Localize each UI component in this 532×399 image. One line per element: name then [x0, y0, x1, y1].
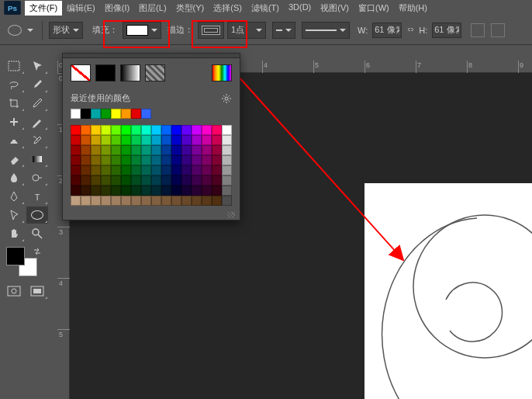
path-arrange-button[interactable] [491, 23, 505, 37]
color-swatch[interactable] [81, 175, 91, 186]
color-swatch[interactable] [222, 135, 232, 145]
color-swatch[interactable] [151, 165, 161, 175]
color-swatch[interactable] [181, 145, 192, 155]
color-swatch[interactable] [111, 196, 121, 206]
crop-tool[interactable] [3, 95, 25, 112]
color-swatch[interactable] [121, 125, 131, 135]
color-swatch[interactable] [81, 109, 91, 119]
eyedropper-tool[interactable] [26, 95, 48, 112]
color-swatch[interactable] [192, 165, 202, 175]
color-swatch[interactable] [161, 196, 171, 206]
color-swatch[interactable] [141, 165, 151, 175]
color-swatch[interactable] [181, 125, 192, 135]
color-swatch[interactable] [222, 125, 232, 135]
color-swatch[interactable] [121, 175, 131, 186]
color-swatch[interactable] [181, 165, 192, 175]
color-swatch[interactable] [71, 165, 81, 175]
color-swatch[interactable] [141, 135, 151, 145]
color-swatch[interactable] [171, 145, 181, 155]
color-swatch[interactable] [161, 165, 171, 175]
line-type-combo[interactable] [302, 22, 350, 39]
color-swatch[interactable] [212, 145, 222, 155]
color-swatch[interactable] [151, 135, 161, 145]
color-swatch[interactable] [161, 155, 171, 165]
color-swatch[interactable] [131, 175, 141, 186]
color-swatch[interactable] [91, 175, 101, 186]
color-swatch[interactable] [192, 145, 202, 155]
color-swatch[interactable] [71, 196, 81, 206]
lasso-tool[interactable] [3, 76, 25, 93]
color-swatch[interactable] [161, 135, 171, 145]
color-swatch[interactable] [121, 109, 131, 119]
color-swatch[interactable] [111, 165, 121, 175]
color-swatch[interactable] [212, 165, 222, 175]
menu-item[interactable]: 类型(Y) [171, 1, 209, 16]
move-tool[interactable] [26, 57, 48, 75]
quick-mask-icon[interactable] [3, 283, 25, 300]
menu-item[interactable]: 编辑(E) [62, 1, 100, 16]
height-input[interactable] [432, 23, 461, 38]
color-swatch[interactable] [91, 145, 101, 155]
color-swatch[interactable] [111, 155, 121, 165]
menu-item[interactable]: 视图(V) [316, 1, 354, 16]
color-swatch[interactable] [212, 186, 222, 196]
color-swatch[interactable] [171, 175, 181, 186]
gradient-tool[interactable] [26, 151, 48, 168]
color-swatch[interactable] [101, 109, 111, 119]
color-swatch[interactable] [222, 145, 232, 155]
color-swatch[interactable] [81, 135, 91, 145]
color-swatch[interactable] [212, 155, 222, 165]
color-swatch[interactable] [151, 186, 161, 196]
color-swatch[interactable] [71, 135, 81, 145]
color-swatch[interactable] [81, 196, 91, 206]
color-swatch[interactable] [111, 125, 121, 135]
color-swatch[interactable] [151, 196, 161, 206]
color-swatch[interactable] [151, 155, 161, 165]
path-select-tool[interactable] [3, 206, 25, 224]
color-swatch[interactable] [171, 196, 181, 206]
color-swatch[interactable] [131, 125, 141, 135]
shape-mode-combo[interactable]: 形状 [49, 22, 83, 39]
color-swatch[interactable] [121, 196, 131, 206]
color-swatch[interactable] [131, 165, 141, 175]
color-swatch[interactable] [181, 135, 192, 145]
color-swatch[interactable] [161, 175, 171, 186]
color-swatch[interactable] [81, 165, 91, 175]
color-swatch[interactable] [111, 186, 121, 196]
pen-tool[interactable] [3, 188, 25, 205]
color-swatch[interactable] [141, 186, 151, 196]
color-swatch[interactable] [131, 145, 141, 155]
color-swatch[interactable] [212, 125, 222, 135]
tool-preset-dropdown[interactable] [25, 23, 36, 37]
color-swatch[interactable] [151, 175, 161, 186]
color-swatch[interactable] [91, 196, 101, 206]
color-swatch[interactable] [71, 175, 81, 186]
color-swatch[interactable] [181, 175, 192, 186]
rect-marquee-tool[interactable] [3, 57, 25, 75]
color-swatch[interactable] [202, 145, 212, 155]
color-swatch[interactable] [161, 145, 171, 155]
color-swatch[interactable] [192, 175, 202, 186]
stroke-width-combo[interactable]: 1点 [227, 22, 266, 39]
color-swatch[interactable] [111, 109, 121, 119]
color-swatch[interactable] [141, 145, 151, 155]
color-swatch[interactable] [71, 109, 81, 119]
color-swatch[interactable] [111, 145, 121, 155]
color-picker-button[interactable] [212, 64, 232, 82]
color-swatch[interactable] [222, 196, 232, 206]
color-swatch[interactable] [222, 175, 232, 186]
solid-fill-button[interactable] [95, 64, 116, 82]
path-align-button[interactable] [471, 23, 485, 37]
type-tool[interactable]: T [26, 188, 48, 205]
color-swatch[interactable] [91, 109, 101, 119]
stroke-type-button[interactable] [198, 22, 224, 39]
color-swatch[interactable] [111, 135, 121, 145]
color-swatch[interactable] [192, 186, 202, 196]
hand-tool[interactable] [3, 225, 25, 242]
color-swatch[interactable] [121, 186, 131, 196]
color-swatch[interactable] [101, 175, 111, 186]
color-swatch[interactable] [71, 145, 81, 155]
color-swatch[interactable] [121, 165, 131, 175]
color-swatch[interactable] [151, 145, 161, 155]
color-swatch[interactable] [161, 125, 171, 135]
